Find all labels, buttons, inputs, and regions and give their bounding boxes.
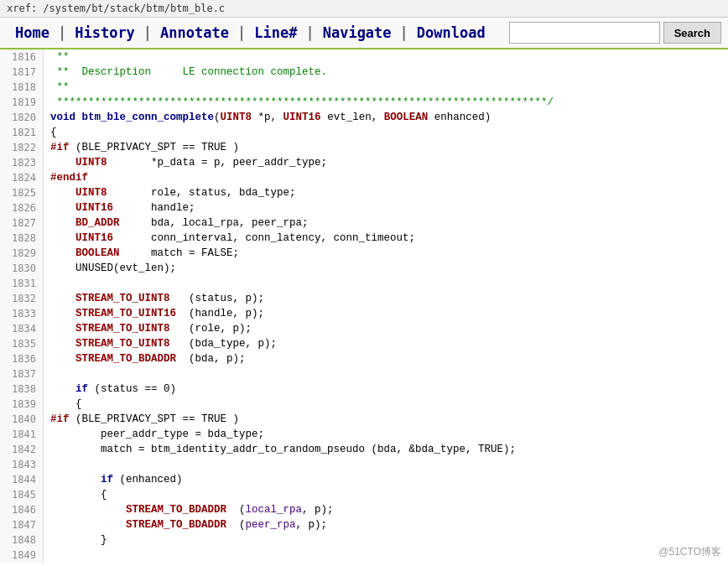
table-row: 1827 BD_ADDR bda, local_rpa, peer_rpa; — [0, 215, 728, 231]
watermark: @51CTO博客 — [658, 545, 721, 559]
nav-lineno[interactable]: Line# — [246, 24, 305, 41]
table-row: 1822 #if (BLE_PRIVACY_SPT == TRUE ) — [0, 140, 728, 155]
nav-navigate[interactable]: Navigate — [315, 24, 400, 41]
nav-annotate[interactable]: Annotate — [152, 24, 237, 41]
table-row: 1836 STREAM_TO_BDADDR (bda, p); — [0, 351, 728, 366]
table-row: 1829 BOOLEAN match = FALSE; — [0, 246, 728, 261]
table-row: 1824 #endif — [0, 170, 728, 185]
table-row: 1844 if (enhanced) — [0, 472, 728, 487]
search-button[interactable]: Search — [663, 22, 721, 44]
table-row: 1841 peer_addr_type = bda_type; — [0, 427, 728, 442]
table-row: 1823 UINT8 *p_data = p, peer_addr_type; — [0, 155, 728, 170]
table-row: 1819 ***********************************… — [0, 95, 728, 110]
table-row: 1839 { — [0, 397, 728, 412]
table-row: 1834 STREAM_TO_UINT8 (role, p); — [0, 321, 728, 336]
nav-history[interactable]: History — [66, 24, 143, 41]
table-row: 1849 — [0, 548, 728, 563]
path-bar: xref: /system/bt/stack/btm/btm_ble.c — [0, 0, 728, 18]
table-row: 1826 UINT16 handle; — [0, 200, 728, 215]
table-row: 1837 — [0, 366, 728, 382]
table-row: 1825 UINT8 role, status, bda_type; — [0, 185, 728, 200]
table-row: 1835 STREAM_TO_UINT8 (bda_type, p); — [0, 336, 728, 351]
search-input[interactable] — [509, 22, 660, 44]
code-area: 1816 ** 1817 ** Description LE connectio… — [0, 49, 728, 563]
table-row: 1820 void btm_ble_conn_complete(UINT8 *p… — [0, 110, 728, 125]
table-row: 1830 UNUSED(evt_len); — [0, 261, 728, 276]
table-row: 1846 STREAM_TO_BDADDR (local_rpa, p); — [0, 502, 728, 517]
table-row: 1842 match = btm_identity_addr_to_random… — [0, 442, 728, 457]
table-row: 1832 STREAM_TO_UINT8 (status, p); — [0, 291, 728, 306]
table-row: 1821 { — [0, 125, 728, 140]
table-row: 1818 ** — [0, 80, 728, 95]
table-row: 1833 STREAM_TO_UINT16 (handle, p); — [0, 306, 728, 321]
nav-bar: Home | History | Annotate | Line# | Navi… — [0, 18, 728, 49]
nav-download[interactable]: Download — [408, 24, 494, 41]
table-row: 1843 — [0, 457, 728, 472]
table-row: 1840 #if (BLE_PRIVACY_SPT == TRUE ) — [0, 412, 728, 427]
table-row: 1847 STREAM_TO_BDADDR (peer_rpa, p); — [0, 517, 728, 532]
path-text: xref: /system/bt/stack/btm/btm_ble.c — [7, 3, 225, 14]
table-row: 1816 ** — [0, 49, 728, 65]
table-row: 1848 } — [0, 532, 728, 548]
table-row: 1828 UINT16 conn_interval, conn_latency,… — [0, 231, 728, 246]
table-row: 1817 ** Description LE connection comple… — [0, 65, 728, 80]
table-row: 1831 — [0, 276, 728, 291]
nav-home[interactable]: Home — [7, 24, 58, 41]
table-row: 1838 if (status == 0) — [0, 382, 728, 397]
table-row: 1845 { — [0, 487, 728, 502]
